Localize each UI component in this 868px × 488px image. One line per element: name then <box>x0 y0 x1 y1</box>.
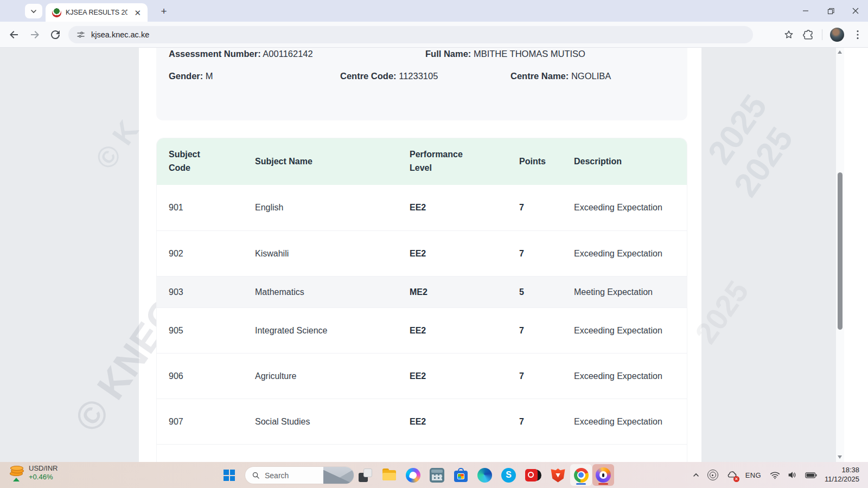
task-view-icon[interactable] <box>358 468 373 483</box>
gender-value: M <box>206 71 213 81</box>
brave-icon[interactable] <box>551 468 565 483</box>
browser-tab[interactable]: KJSEA RESULTS 2025 - THE KEN ✕ <box>46 3 148 22</box>
avast-browser-taskbar-button[interactable] <box>592 464 614 486</box>
file-explorer-icon[interactable] <box>382 468 397 483</box>
scrollbar-thumb[interactable] <box>838 172 843 330</box>
tab-title: KJSEA RESULTS 2025 - THE KEN <box>66 9 127 16</box>
cell-level: EE2 <box>410 203 519 213</box>
onedrive-icon[interactable]: ✕ <box>726 469 738 481</box>
cell-level: EE2 <box>410 326 519 336</box>
table-row[interactable]: 907Social StudiesEE27Exceeding Expectati… <box>157 399 687 444</box>
microsoft-store-icon[interactable] <box>454 468 468 483</box>
close-button[interactable] <box>843 0 868 22</box>
desktop-screen: KJSEA RESULTS 2025 - THE KEN ✕ + kjsea.k… <box>0 0 868 488</box>
cell-desc: Exceeding Expectation <box>574 324 667 337</box>
start-button[interactable] <box>224 470 235 481</box>
column-header-subject-code: Subject Code <box>169 148 255 175</box>
cell-points: 7 <box>519 371 574 381</box>
table-row[interactable]: 903MathematicsME25Meeting Expectation <box>157 276 687 307</box>
tray-chevron-up-icon[interactable] <box>692 471 700 479</box>
cell-name: Social Studies <box>255 417 410 427</box>
taskbar-search[interactable]: Search <box>245 467 354 484</box>
address-bar[interactable]: kjsea.knec.ac.ke <box>68 26 753 43</box>
new-tab-button[interactable]: + <box>157 5 170 18</box>
window-controls <box>793 0 868 22</box>
music-app-icon[interactable] <box>525 468 541 483</box>
cell-name: Kiswahili <box>255 249 410 259</box>
centre-code-value: 11233105 <box>399 71 438 81</box>
language-indicator[interactable]: ENG <box>745 471 761 479</box>
cell-points: 7 <box>519 417 574 427</box>
site-info-icon[interactable] <box>76 30 86 40</box>
forward-icon[interactable] <box>28 28 41 41</box>
gender-field: Gender: M <box>169 71 213 81</box>
extensions-icon[interactable] <box>802 29 814 41</box>
table-row[interactable]: 905Integrated ScienceEE27Exceeding Expec… <box>157 307 687 353</box>
cell-code <box>169 445 255 461</box>
scrollbar-up-arrow-icon[interactable] <box>838 50 842 54</box>
battery-icon[interactable] <box>805 472 817 479</box>
skype-icon[interactable]: S <box>501 468 516 483</box>
taskbar-apps: S <box>358 462 610 488</box>
page-scrollbar[interactable] <box>836 48 844 462</box>
table-row[interactable]: Religious Education <box>157 444 687 462</box>
cell-code: 903 <box>169 287 255 297</box>
results-table-body: 901EnglishEE27Exceeding Expectation902Ki… <box>157 185 687 462</box>
cell-desc <box>574 445 667 461</box>
toolbar-right <box>783 22 864 48</box>
cell-level <box>410 445 519 461</box>
webcam-app-icon[interactable] <box>707 470 718 480</box>
table-row[interactable]: 906AgricultureEE27Exceeding Expectation <box>157 353 687 399</box>
windows-taskbar: USD/INR +0.46% Search S <box>0 462 868 488</box>
cell-name: Mathematics <box>255 287 410 297</box>
cell-desc: Exceeding Expectation <box>574 247 667 260</box>
centre-name-label: Centre Name: <box>510 71 569 81</box>
column-header-points: Points <box>519 155 574 169</box>
wifi-icon[interactable] <box>770 471 780 479</box>
cell-code: 902 <box>169 249 255 259</box>
search-highlight-image <box>323 467 354 484</box>
profile-avatar[interactable] <box>830 28 844 42</box>
edge-icon[interactable] <box>477 468 492 483</box>
reload-icon[interactable] <box>49 28 62 41</box>
page-viewport: 2025 2025 2025 © K © KNEC Assessment Num… <box>0 48 868 462</box>
cell-points: 7 <box>519 249 574 259</box>
table-row[interactable]: 902KiswahiliEE27Exceeding Expectation <box>157 230 687 276</box>
cell-code: 905 <box>169 326 255 336</box>
onedrive-error-badge: ✕ <box>733 476 739 482</box>
cell-level: EE2 <box>410 417 519 427</box>
cell-code: 901 <box>169 203 255 213</box>
full-name-label: Full Name: <box>425 49 471 59</box>
cell-code: 907 <box>169 417 255 427</box>
taskbar-clock[interactable]: 18:38 11/12/2025 <box>825 466 859 484</box>
tab-close-icon[interactable]: ✕ <box>132 8 143 18</box>
full-name-field: Full Name: MBITHE THOMAS MUTISO <box>425 49 585 59</box>
search-placeholder: Search <box>265 471 318 480</box>
calculator-icon[interactable] <box>430 468 444 483</box>
browser-toolbar: kjsea.knec.ac.ke <box>0 22 868 48</box>
chrome-icon <box>574 468 589 483</box>
bookmark-star-icon[interactable] <box>783 29 795 41</box>
currency-pair-label: USD/INR <box>29 464 58 473</box>
volume-icon[interactable] <box>788 471 797 479</box>
news-widget[interactable]: USD/INR +0.46% <box>10 464 58 482</box>
browser-menu-icon[interactable] <box>852 29 864 41</box>
chrome-taskbar-button[interactable] <box>570 464 592 486</box>
currency-change-label: +0.46% <box>29 473 58 481</box>
cell-desc: Exceeding Expectation <box>574 201 667 214</box>
minimize-button[interactable] <box>793 0 818 22</box>
restore-button[interactable] <box>818 0 843 22</box>
centre-name-field: Centre Name: NGOLIBA <box>510 71 611 81</box>
student-info-card: Assessment Number: A001162142 Full Name:… <box>156 48 687 120</box>
cell-name: Religious Education <box>255 445 410 462</box>
search-icon <box>252 471 260 479</box>
assessment-number-value: A001162142 <box>263 49 312 59</box>
back-icon[interactable] <box>8 28 21 41</box>
column-header-description: Description <box>574 155 682 169</box>
column-header-subject-name: Subject Name <box>255 155 410 169</box>
table-row[interactable]: 901EnglishEE27Exceeding Expectation <box>157 185 687 230</box>
copilot-icon[interactable] <box>406 468 420 483</box>
cell-name: English <box>255 203 410 213</box>
tab-search-button[interactable] <box>25 4 42 18</box>
scrollbar-down-arrow-icon[interactable] <box>838 455 842 459</box>
